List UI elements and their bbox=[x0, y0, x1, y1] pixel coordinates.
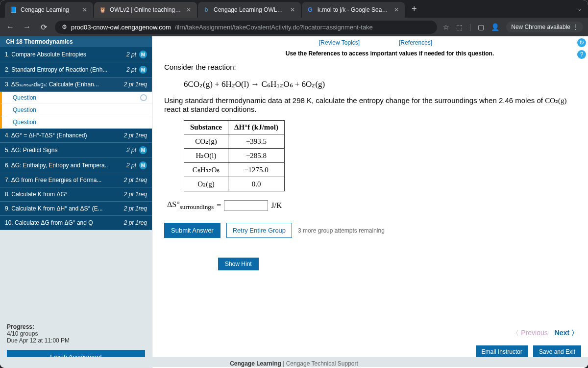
chapter-header: CH 18 Thermodynamics bbox=[0, 36, 152, 47]
progress-due: Due Apr 12 at 11:00 PM bbox=[7, 337, 70, 344]
answer-symbol: ΔS° bbox=[167, 200, 180, 209]
nav-title: 5. ΔG: Predict Signs bbox=[5, 147, 123, 154]
nav-item-2[interactable]: 2. Standard Entropy of Reaction (Enh... … bbox=[0, 62, 152, 78]
m-badge-icon: M bbox=[139, 161, 147, 169]
forward-button[interactable]: → bbox=[22, 22, 32, 32]
nav-title: 7. ΔG from Free Energies of Forma... bbox=[5, 177, 121, 184]
google-icon: G bbox=[307, 6, 314, 13]
answer-row: ΔS°surroundings = J/K bbox=[167, 200, 576, 211]
nav-title: 8. Calculate K from ΔG° bbox=[5, 191, 121, 198]
nav-title: 2. Standard Entropy of Reaction (Enh... bbox=[5, 66, 123, 73]
equals-sign: = bbox=[217, 201, 221, 210]
retry-group-button[interactable]: Retry Entire Group bbox=[226, 223, 292, 238]
save-and-exit-button[interactable]: Save and Exit bbox=[533, 345, 581, 358]
help-icon[interactable]: ? bbox=[577, 50, 586, 59]
browser-tab-1[interactable]: 🦉 OWLv2 | Online teaching and ✕ bbox=[94, 2, 197, 18]
nav-points: 2 pt 1req bbox=[124, 177, 147, 184]
assignment-nav: CH 18 Thermodynamics 1. Compare Absolute… bbox=[0, 36, 152, 368]
consider-text: Consider the reaction: bbox=[164, 63, 576, 71]
label: Question bbox=[13, 119, 36, 126]
tab-title: OWLv2 | Online teaching and bbox=[110, 6, 181, 13]
prompt-text-b: react at standard conditions. bbox=[164, 105, 256, 113]
review-topics-link[interactable]: [Review Topics] bbox=[319, 39, 360, 46]
reload-button[interactable]: ⟳ bbox=[38, 22, 49, 32]
th-deltahf: ΔH°f (kJ/mol) bbox=[228, 121, 285, 134]
nav-title: 9. Calculate K from ΔH° and ΔS° (E... bbox=[5, 205, 121, 212]
cengage-link[interactable]: Cengage Learning bbox=[230, 360, 281, 367]
references-link[interactable]: [References] bbox=[399, 39, 432, 46]
footer-copyright: Cengage Learning | Cengage Technical Sup… bbox=[0, 357, 588, 367]
new-chrome-button[interactable]: New Chrome available ⋮ bbox=[506, 22, 583, 32]
submit-answer-button[interactable]: Submit Answer bbox=[164, 223, 220, 238]
url-path: /ilrn/takeAssignment/takeCovalentActivit… bbox=[175, 24, 373, 31]
browser-tab-2[interactable]: b Cengage Learning OWLv2 | O ✕ bbox=[198, 2, 301, 18]
star-icon[interactable]: ☆ bbox=[443, 23, 449, 31]
prompt-species: CO₂(g) bbox=[545, 97, 566, 105]
refresh-icon[interactable]: ↻ bbox=[577, 38, 586, 47]
profile-icon[interactable]: 👤 bbox=[491, 23, 499, 31]
next-button[interactable]: Next 〉 bbox=[555, 329, 578, 338]
new-tab-button[interactable]: + bbox=[406, 4, 423, 14]
progress-groups: 4/10 groups bbox=[7, 330, 38, 337]
browser-tabbar: 📘 Cengage Learning ✕ 🦉 OWLv2 | Online te… bbox=[0, 0, 588, 18]
sub-question-2[interactable]: Question bbox=[0, 104, 152, 116]
progress-label: Progress: bbox=[7, 323, 34, 330]
url-host: prod03-cnow-owl.cengagenow.com bbox=[71, 24, 171, 31]
label: New Chrome available bbox=[511, 24, 570, 30]
previous-button[interactable]: 〈 Previous bbox=[512, 329, 547, 338]
table-row: C₆H₁₂O₆−1275.0 bbox=[184, 163, 285, 177]
label: Question bbox=[13, 106, 36, 113]
chevron-down-icon[interactable]: ⌄ bbox=[571, 5, 588, 12]
nav-item-5[interactable]: 5. ΔG: Predict Signs 2 pt M bbox=[0, 143, 152, 158]
nav-points: 2 pt bbox=[126, 51, 136, 58]
site-icon: 📘 bbox=[10, 6, 17, 13]
thermo-data-table: Substance ΔH°f (kJ/mol) CO₂(g)−393.5 H₂O… bbox=[184, 120, 285, 191]
answer-unit: J/K bbox=[271, 201, 282, 210]
nav-points: 2 pt bbox=[126, 147, 136, 154]
answer-subscript: surroundings bbox=[180, 203, 214, 210]
nav-item-10[interactable]: 10. Calculate ΔG from ΔG° and Q 2 pt 1re… bbox=[0, 216, 152, 230]
tab-title: k.mol to j/k - Google Search bbox=[318, 6, 389, 13]
site-toggle-icon[interactable]: ⚙ bbox=[62, 24, 67, 30]
nav-item-9[interactable]: 9. Calculate K from ΔH° and ΔS° (E... 2 … bbox=[0, 202, 152, 216]
th-substance: Substance bbox=[184, 121, 228, 134]
email-instructor-button[interactable]: Email Instructor bbox=[476, 345, 528, 358]
nav-item-6[interactable]: 6. ΔG: Enthalpy, Entropy and Tempera.. 2… bbox=[0, 158, 152, 173]
show-hint-button[interactable]: Show Hint bbox=[218, 258, 259, 270]
m-badge-icon: M bbox=[139, 146, 147, 154]
table-row: O₂(g)0.0 bbox=[184, 177, 285, 191]
reaction-equation: 6CO₂(g) + 6H₂O(l) → C₆H₁₂O₆ + 6O₂(g) bbox=[164, 76, 576, 96]
sub-question-1[interactable]: Question bbox=[0, 92, 152, 104]
url-bar[interactable]: ⚙ prod03-cnow-owl.cengagenow.com/ilrn/ta… bbox=[55, 21, 437, 34]
sub-question-3[interactable]: Question bbox=[0, 116, 152, 129]
extension-icon[interactable]: ⬚ bbox=[456, 23, 463, 31]
nav-item-4[interactable]: 4. ΔG° = ΔH°-TΔS° (Enhanced) 2 pt 1req bbox=[0, 129, 152, 143]
back-button[interactable]: ← bbox=[5, 22, 16, 32]
close-icon[interactable]: ✕ bbox=[393, 6, 400, 13]
nav-item-8[interactable]: 8. Calculate K from ΔG° 2 pt 1req bbox=[0, 187, 152, 202]
browser-tab-3[interactable]: G k.mol to j/k - Google Search ✕ bbox=[302, 2, 405, 18]
divider: | bbox=[469, 23, 471, 31]
nav-points: 2 pt 1req bbox=[124, 191, 147, 198]
nav-points: 2 pt 1req bbox=[124, 205, 147, 212]
window-icon[interactable]: ▢ bbox=[478, 23, 484, 31]
nav-title: 6. ΔG: Enthalpy, Entropy and Tempera.. bbox=[5, 162, 123, 169]
nav-title: 4. ΔG° = ΔH°-TΔS° (Enhanced) bbox=[5, 132, 121, 139]
nav-points: 2 pt 1req bbox=[124, 219, 147, 226]
nav-title: 1. Compare Absolute Entropies bbox=[5, 51, 123, 58]
close-icon[interactable]: ✕ bbox=[81, 6, 88, 13]
tech-support-link[interactable]: Cengage Technical Support bbox=[286, 360, 358, 367]
close-icon[interactable]: ✕ bbox=[185, 6, 192, 13]
nav-points: 2 pt 1req bbox=[124, 81, 147, 88]
nav-item-3[interactable]: 3. ΔSₛᵤᵣᵣₒᵤₙdᵢₙgₛ: Calculate (Enhan... 2… bbox=[0, 78, 152, 92]
nav-points: 2 pt bbox=[126, 162, 136, 169]
progress-box: Progress: 4/10 groups Due Apr 12 at 11:0… bbox=[0, 317, 152, 346]
browser-tab-0[interactable]: 📘 Cengage Learning ✕ bbox=[5, 2, 93, 18]
nav-item-7[interactable]: 7. ΔG from Free Energies of Forma... 2 p… bbox=[0, 173, 152, 187]
nav-title: 10. Calculate ΔG from ΔG° and Q bbox=[5, 219, 121, 226]
nav-points: 2 pt 1req bbox=[124, 132, 147, 139]
nav-item-1[interactable]: 1. Compare Absolute Entropies 2 pt M bbox=[0, 47, 152, 62]
close-icon[interactable]: ✕ bbox=[289, 6, 296, 13]
answer-input[interactable] bbox=[224, 200, 268, 211]
nav-title: 3. ΔSₛᵤᵣᵣₒᵤₙdᵢₙgₛ: Calculate (Enhan... bbox=[5, 81, 121, 88]
